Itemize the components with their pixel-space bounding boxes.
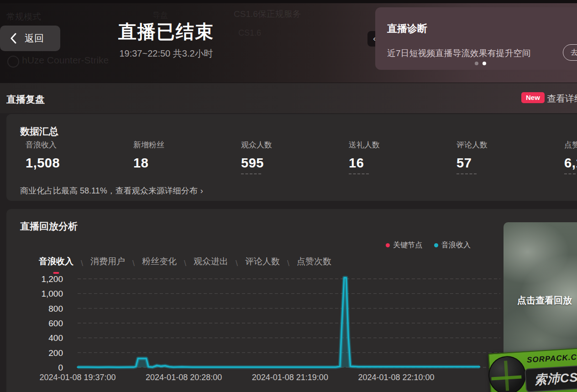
- y-tick-label: 1,000: [41, 289, 63, 298]
- metric-value: 16: [349, 156, 364, 171]
- diagnosis-action-label: 去看看: [571, 48, 577, 57]
- replay-overlay-text: 点击查看回放: [517, 294, 572, 307]
- metric-tabs: 音浪收入\消费用户\粉丝变化\观众进出\评论人数\点赞次数: [39, 256, 331, 271]
- tab-separator: \: [287, 259, 289, 268]
- metric-5: 评论人数57: [456, 140, 557, 174]
- metric-4: 送礼人数16: [349, 140, 449, 174]
- diagnosis-message: 近7日短视频直播导流效果有提升空间: [387, 47, 531, 59]
- tab-separator: \: [132, 259, 135, 268]
- legend-dot-icon: [386, 243, 390, 247]
- metric-3: 观众人数595: [241, 140, 341, 174]
- y-tick-label: 200: [48, 348, 63, 358]
- audience-source-text: 商业化占比最高 58.11%，查看观众来源详细分布: [20, 186, 198, 195]
- carousel-dot-active[interactable]: [483, 62, 486, 65]
- y-tick-label: 0: [58, 363, 63, 372]
- audience-source-link[interactable]: 商业化占比最高 58.11%，查看观众来源详细分布›: [20, 185, 203, 196]
- metric-2: 新增粉丝18: [133, 140, 234, 171]
- series-area-fill: [78, 278, 480, 367]
- metric-value: 57: [456, 156, 472, 171]
- legend-item[interactable]: 关键节点: [386, 240, 422, 250]
- tab-观众进出[interactable]: 观众进出: [194, 256, 228, 271]
- metric-1: 音浪收入1,508: [26, 140, 126, 171]
- y-tick-label: 800: [48, 304, 63, 314]
- metric-label: 观众人数: [241, 140, 341, 150]
- live-duration: 19:37~22:50 共3.2小时: [107, 47, 226, 60]
- series-line: [78, 278, 480, 367]
- metric-label: 评论人数: [456, 140, 557, 150]
- diagnosis-card: 直播诊断 近7日短视频直播导流效果有提升空间: [375, 7, 577, 70]
- metric-label: 送礼人数: [349, 140, 449, 150]
- ghost-mode-label: 常规模式: [6, 11, 41, 23]
- legend-item[interactable]: 音浪收入: [434, 240, 471, 250]
- y-tick-label: 600: [48, 319, 63, 328]
- revenue-line-chart[interactable]: 02004006008001,0001,2002024-01-08 19:37:…: [0, 272, 507, 392]
- x-tick-label: 2024-01-08 21:19:00: [252, 373, 328, 382]
- metric-value: 18: [133, 156, 148, 171]
- tab-separator: \: [81, 259, 83, 268]
- tab-消费用户[interactable]: 消费用户: [90, 256, 125, 271]
- back-button[interactable]: 返回: [0, 26, 60, 51]
- ghost-account-name: hUze Counter-Strike: [22, 55, 109, 66]
- data-summary-title: 数据汇总: [20, 125, 58, 138]
- tab-评论人数[interactable]: 评论人数: [245, 256, 280, 271]
- metric-dashed-underline: [241, 173, 261, 174]
- y-tick-label: 1,200: [41, 274, 63, 284]
- diagnosis-title: 直播诊断: [387, 22, 427, 36]
- watermark-logo-icon: [488, 355, 527, 392]
- metric-dashed-underline: [564, 173, 577, 174]
- watermark-banner: SORPACK.COM 索沛CS: [488, 347, 577, 392]
- chart-legend: 关键节点音浪收入: [386, 240, 471, 250]
- chevron-right-icon: ›: [200, 186, 203, 195]
- metric-value: 6,1: [564, 156, 577, 171]
- legend-dot-icon: [434, 243, 438, 247]
- carousel-dot-inactive[interactable]: [475, 62, 478, 65]
- metric-label: 点赞次数: [564, 140, 577, 150]
- metric-dashed-underline: [456, 173, 477, 174]
- x-tick-label: 2024-01-08 20:28:00: [146, 373, 222, 382]
- new-badge: New: [521, 92, 545, 103]
- diagnosis-action-button[interactable]: 去看看: [563, 44, 577, 61]
- watermark-site: SORPACK.COM: [527, 352, 577, 365]
- legend-label: 音浪收入: [441, 240, 471, 250]
- review-title: 直播复盘: [6, 93, 45, 106]
- metric-label: 新增粉丝: [133, 140, 234, 150]
- live-ended-page: 常规模式 导盘 hUze Counter-Strike CS1.6保正规服务 C…: [0, 0, 577, 392]
- review-strip: 直播复盘 New 查看详细: [0, 83, 577, 113]
- watermark-name: 索沛CS: [534, 369, 577, 388]
- header: 常规模式 导盘 hUze Counter-Strike CS1.6保正规服务 C…: [0, 0, 577, 83]
- x-tick-label: 2024-01-08 22:10:00: [358, 373, 434, 382]
- page-title: 直播已结束: [107, 19, 226, 44]
- metric-value: 1,508: [26, 156, 60, 171]
- view-details-link[interactable]: 查看详细: [547, 93, 577, 105]
- x-tick-label: 2024-01-08 19:37:00: [39, 373, 115, 382]
- data-summary-card: 数据汇总 音浪收入1,508新增粉丝18观众人数595送礼人数16评论人数57点…: [6, 114, 577, 201]
- tab-separator: \: [236, 259, 238, 268]
- metric-label: 音浪收入: [26, 140, 126, 150]
- replay-analysis-title: 直播回放分析: [20, 220, 78, 233]
- ghost-room-title: CS1.6保正规服务: [234, 8, 301, 20]
- legend-label: 关键节点: [393, 240, 422, 250]
- tab-separator: \: [184, 259, 186, 268]
- metric-dashed-underline: [349, 173, 369, 174]
- y-tick-label: 400: [48, 333, 63, 343]
- series-line-glow: [78, 278, 480, 367]
- ghost-avatar-circle-icon: [7, 56, 19, 68]
- ghost-room-subtitle: CS1.6: [238, 28, 261, 38]
- watermark-name-box: 索沛CS: [525, 365, 577, 392]
- tab-点赞次数[interactable]: 点赞次数: [297, 256, 331, 271]
- tab-音浪收入[interactable]: 音浪收入: [39, 256, 73, 271]
- back-chevron-icon: [10, 33, 16, 44]
- tab-粉丝变化[interactable]: 粉丝变化: [142, 256, 177, 271]
- header-top-strip: [0, 0, 577, 3]
- diagnosis-carousel-dots: [375, 62, 577, 65]
- back-label: 返回: [25, 32, 44, 45]
- metric-value: 595: [241, 156, 264, 171]
- metric-6: 点赞次数6,1: [564, 140, 577, 174]
